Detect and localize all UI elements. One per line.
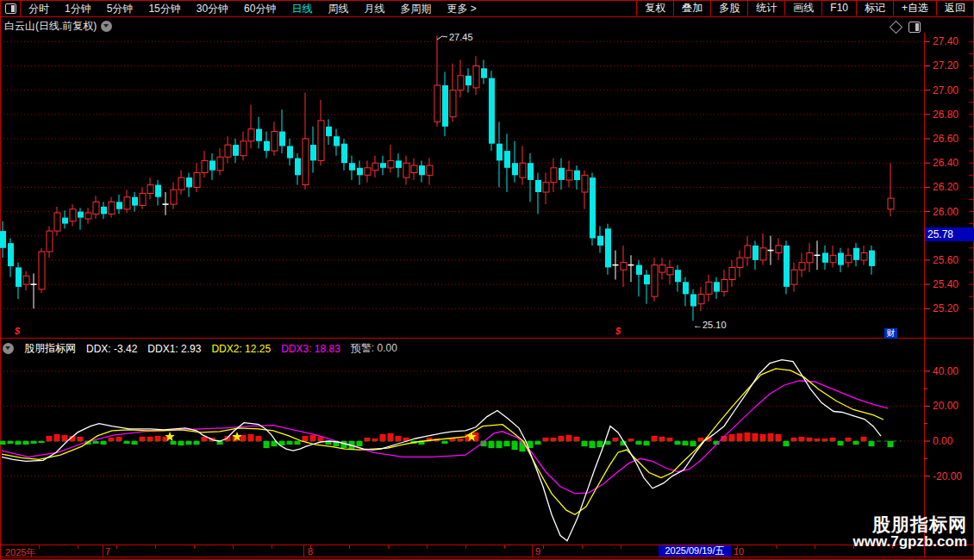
last-price-tag: 25.78: [925, 227, 974, 241]
price-axis-label: 25.60: [933, 254, 972, 266]
timeframe-item-1分钟[interactable]: 1分钟: [57, 1, 99, 16]
finance-event-badge[interactable]: 财: [884, 328, 897, 339]
split-window-icon[interactable]: [908, 22, 921, 33]
tool-item-标记[interactable]: 标记: [856, 1, 893, 16]
timeframe-item-周线[interactable]: 周线: [320, 1, 356, 16]
chart-title-row: 白云山(日线.前复权): [4, 19, 112, 34]
tool-item-画线[interactable]: 画线: [784, 1, 821, 16]
indicator-axis-label: 0.00: [933, 435, 974, 447]
diamond-icon[interactable]: [890, 21, 903, 34]
price-axis-label: 25.20: [933, 302, 972, 314]
dividend-event-icon: $: [615, 326, 621, 336]
indicator-value: DDX3: 18.83: [281, 343, 340, 355]
tools-menu: 复权叠加多股统计画线F10标记+自选返回: [636, 1, 973, 16]
tool-item-统计[interactable]: 统计: [747, 1, 784, 16]
timeframe-item-日线[interactable]: 日线: [284, 1, 320, 16]
timeframe-item-分时[interactable]: 分时: [21, 1, 57, 16]
price-axis-label: 27.20: [933, 59, 972, 72]
watermark-url: www.7gpzb.com: [852, 534, 967, 550]
chevron-down-icon[interactable]: [101, 21, 112, 32]
price-axis-label: 26.60: [933, 133, 972, 145]
page-title: 白云山(日线.前复权): [4, 19, 97, 34]
selected-date-tag: 2025/09/19/五: [659, 545, 731, 557]
app-window: { "menu": { "left_items": ["分时","1分钟","5…: [0, 0, 974, 560]
indicator-axis-label: 40.00: [933, 365, 974, 377]
timeframe-item-15分钟[interactable]: 15分钟: [140, 1, 188, 16]
watermark: 股朋指标网 www.7gpzb.com: [852, 515, 967, 550]
date-axis-month: 8: [308, 546, 313, 557]
tool-item-叠加[interactable]: 叠加: [673, 1, 710, 16]
watermark-site-name: 股朋指标网: [852, 515, 967, 534]
tool-item-多股[interactable]: 多股: [710, 1, 747, 16]
chart-canvas[interactable]: [0, 0, 974, 560]
tool-item-F10[interactable]: F10: [821, 1, 856, 16]
date-axis-year: 2025年: [5, 546, 35, 559]
tool-item-复权[interactable]: 复权: [636, 1, 673, 16]
indicator-value: DDX2: 12.25: [211, 343, 271, 355]
dividend-event-icon: $: [15, 326, 20, 336]
price-axis-label: 26.40: [933, 157, 972, 169]
price-axis-label: 26.00: [933, 206, 972, 218]
price-axis-label: 25.40: [933, 278, 972, 290]
timeframe-item-5分钟[interactable]: 5分钟: [99, 1, 141, 16]
indicator-header: 股朋指标网DDX: -3.42DDX1: 2.93DDX2: 12.25DDX3…: [3, 341, 397, 356]
timeframe-item-多周期[interactable]: 多周期: [392, 1, 439, 16]
date-axis-month: 10: [734, 546, 744, 557]
tool-item-+自选[interactable]: +自选: [893, 1, 936, 16]
price-axis-label: 27.00: [933, 84, 972, 96]
high-price-annotation: 27.45: [449, 32, 473, 42]
timeframe-item-月线[interactable]: 月线: [356, 1, 392, 16]
window-layout-icon[interactable]: [1, 1, 21, 16]
low-price-annotation: ←25.10: [693, 320, 727, 330]
indicator-value: 股朋指标网: [24, 341, 76, 356]
timeframe-item-30分钟[interactable]: 30分钟: [189, 1, 236, 16]
indicator-chevron-icon[interactable]: [3, 343, 14, 354]
price-axis-label: 27.40: [933, 35, 972, 47]
indicator-value: DDX1: 2.93: [147, 343, 201, 355]
title-icons: [891, 22, 921, 33]
indicator-axis-label: -20.00: [933, 470, 974, 482]
indicator-axis-label: 20.00: [933, 400, 974, 412]
tool-item-返回[interactable]: 返回: [936, 1, 973, 16]
price-axis-label: 26.80: [933, 109, 972, 121]
price-axis-label: 26.20: [933, 181, 972, 193]
timeframe-menu: 分时1分钟5分钟15分钟30分钟60分钟日线周线月线多周期更多 >: [21, 1, 484, 16]
date-axis-month: 7: [105, 546, 110, 557]
indicator-value: DDX: -3.42: [86, 343, 137, 355]
date-axis-month: 9: [535, 546, 540, 557]
timeframe-item-更多 >[interactable]: 更多 >: [439, 1, 484, 16]
timeframe-item-60分钟[interactable]: 60分钟: [236, 1, 284, 16]
indicator-value: 预警: 0.00: [351, 341, 397, 356]
